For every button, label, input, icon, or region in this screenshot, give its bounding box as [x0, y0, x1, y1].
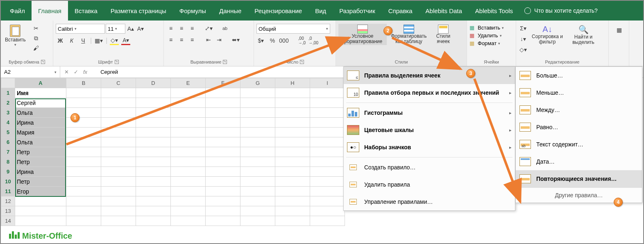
cell-D6[interactable]	[136, 137, 171, 147]
cell-styles-button[interactable]: Стили ячеек	[431, 24, 456, 45]
cell-B1[interactable]	[66, 88, 101, 98]
cell-I13[interactable]	[310, 206, 345, 216]
menu-icon-sets[interactable]: ●○ Наборы значков▸	[344, 139, 515, 156]
cell-G12[interactable]	[240, 196, 275, 206]
font-name-combo[interactable]: Calibri▾	[56, 24, 105, 34]
cell-D12[interactable]	[136, 196, 171, 206]
number-dialog-launcher[interactable]	[300, 60, 304, 64]
cell-F9[interactable]	[206, 167, 240, 177]
row-header-13[interactable]: 13	[1, 206, 15, 216]
decrease-decimal-button[interactable]: ,0→,00	[309, 36, 318, 45]
cell-H10[interactable]	[275, 177, 310, 187]
cell-D9[interactable]	[136, 167, 171, 177]
orientation-button[interactable]: ⤢▾	[204, 24, 213, 33]
cell-A14[interactable]	[15, 216, 66, 226]
cell-C12[interactable]	[101, 196, 136, 206]
wrap-text-button[interactable]: ab	[220, 24, 229, 33]
cell-D3[interactable]	[136, 108, 171, 118]
tab-help[interactable]: Справка	[382, 1, 419, 21]
cell-C13[interactable]	[101, 206, 136, 216]
cell-E4[interactable]	[171, 118, 206, 128]
cell-H9[interactable]	[275, 167, 310, 177]
row-header-2[interactable]: 2	[1, 98, 15, 108]
cell-D11[interactable]	[136, 187, 171, 196]
cell-B8[interactable]	[66, 157, 101, 167]
find-select-button[interactable]: 🔍 Найти и выделить	[567, 24, 600, 46]
cell-C6[interactable]	[101, 137, 136, 147]
insert-cells-button[interactable]: ▦Вставить▾	[469, 25, 513, 31]
cell-E13[interactable]	[171, 206, 206, 216]
tab-formulas[interactable]: Формулы	[173, 1, 213, 21]
cell-E2[interactable]	[171, 98, 206, 108]
cell-I1[interactable]	[310, 88, 345, 98]
tab-data[interactable]: Данные	[213, 1, 248, 21]
cell-G7[interactable]	[240, 147, 275, 157]
tab-file[interactable]: Файл	[3, 1, 32, 21]
cell-B5[interactable]	[66, 128, 101, 137]
alignment-dialog-launcher[interactable]	[223, 60, 227, 64]
underline-button[interactable]: Ч	[79, 36, 88, 45]
align-middle-button[interactable]: ≡	[177, 24, 186, 33]
cell-A2[interactable]: Сергей	[15, 98, 66, 108]
cell-A10[interactable]: Петр	[15, 177, 66, 187]
menu-less-than[interactable]: Меньше…	[516, 84, 642, 101]
cancel-icon[interactable]: ✕	[64, 69, 69, 75]
cell-E11[interactable]	[171, 187, 206, 196]
cell-F1[interactable]	[206, 88, 240, 98]
menu-between[interactable]: Между…	[516, 101, 642, 119]
cell-G4[interactable]	[240, 118, 275, 128]
cell-H6[interactable]	[275, 137, 310, 147]
menu-top-bottom[interactable]: 10 Правила отбора первых и последних зна…	[344, 84, 515, 101]
copy-button[interactable]: ⧉	[32, 34, 41, 43]
cell-A1[interactable]: Имя	[15, 88, 66, 98]
fill-button[interactable]: ↓▾	[519, 34, 528, 43]
cell-E12[interactable]	[171, 196, 206, 206]
row-header-7[interactable]: 7	[1, 147, 15, 157]
cell-F2[interactable]	[206, 98, 240, 108]
clipboard-dialog-launcher[interactable]	[41, 60, 45, 64]
cell-C5[interactable]	[101, 128, 136, 137]
tell-me-search[interactable]: Что вы хотите сделать?	[524, 7, 598, 14]
increase-font-button[interactable]: A▴	[126, 24, 135, 33]
align-bottom-button[interactable]: ≡	[188, 24, 197, 33]
cell-A6[interactable]: Ольга	[15, 137, 66, 147]
number-format-combo[interactable]: Общий▾	[256, 24, 330, 34]
cell-I6[interactable]	[310, 137, 345, 147]
menu-data-bars[interactable]: Гистограммы▸	[344, 104, 515, 121]
cell-F5[interactable]	[206, 128, 240, 137]
col-header-E[interactable]: E	[171, 78, 206, 88]
cell-F10[interactable]	[206, 177, 240, 187]
tab-pagelayout[interactable]: Разметка страницы	[104, 1, 173, 21]
cell-I8[interactable]	[310, 157, 345, 167]
cell-H3[interactable]	[275, 108, 310, 118]
tab-review[interactable]: Рецензирование	[248, 1, 308, 21]
font-size-combo[interactable]: 11▾	[106, 24, 125, 34]
col-header-C[interactable]: C	[101, 78, 136, 88]
cell-G9[interactable]	[240, 167, 275, 177]
cell-H2[interactable]	[275, 98, 310, 108]
cell-E14[interactable]	[171, 216, 206, 226]
enter-icon[interactable]: ✓	[74, 69, 78, 75]
cell-H7[interactable]	[275, 147, 310, 157]
cell-G5[interactable]	[240, 128, 275, 137]
cell-D13[interactable]	[136, 206, 171, 216]
cell-F3[interactable]	[206, 108, 240, 118]
col-header-F[interactable]: F	[206, 78, 240, 88]
cell-A4[interactable]: Ирина	[15, 118, 66, 128]
cell-D8[interactable]	[136, 157, 171, 167]
decrease-indent-button[interactable]: ⇤	[204, 35, 213, 44]
cell-C1[interactable]	[101, 88, 136, 98]
menu-highlight-cells[interactable]: ≤ Правила выделения ячеек▸	[344, 67, 515, 84]
cell-D14[interactable]	[136, 216, 171, 226]
cell-I12[interactable]	[310, 196, 345, 206]
cell-G1[interactable]	[240, 88, 275, 98]
merge-button[interactable]: ⬌▾	[231, 35, 240, 44]
cell-F13[interactable]	[206, 206, 240, 216]
cell-E8[interactable]	[171, 157, 206, 167]
name-box[interactable]: A2▾	[1, 66, 60, 78]
cut-button[interactable]: ✂	[32, 24, 41, 33]
cell-G8[interactable]	[240, 157, 275, 167]
cell-C4[interactable]	[101, 118, 136, 128]
cell-D7[interactable]	[136, 147, 171, 157]
cell-E5[interactable]	[171, 128, 206, 137]
